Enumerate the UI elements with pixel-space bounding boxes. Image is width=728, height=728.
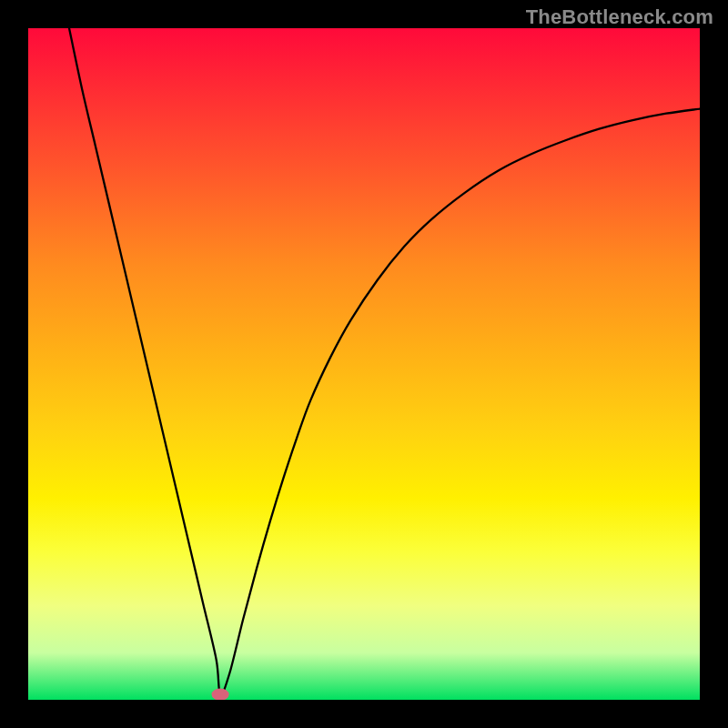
watermark-text: TheBottleneck.com	[526, 5, 713, 29]
minimum-marker	[211, 688, 228, 700]
chart-frame: TheBottleneck.com	[0, 0, 728, 728]
plot-area	[28, 28, 700, 700]
bottleneck-curve	[69, 28, 700, 694]
curve-svg	[28, 28, 700, 700]
